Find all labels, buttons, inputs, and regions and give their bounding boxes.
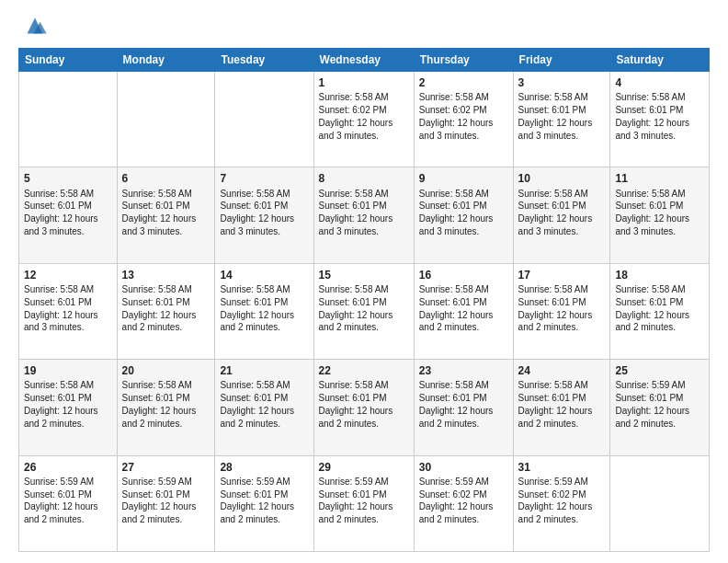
day-number: 28 (220, 460, 308, 475)
header (18, 17, 710, 39)
day-info: Sunrise: 5:58 AM Sunset: 6:01 PM Dayligh… (220, 283, 308, 334)
day-number: 22 (319, 363, 409, 378)
day-number: 9 (419, 171, 508, 186)
calendar-cell: 10Sunrise: 5:58 AM Sunset: 6:01 PM Dayli… (513, 167, 610, 263)
calendar-cell: 31Sunrise: 5:59 AM Sunset: 6:02 PM Dayli… (513, 455, 610, 551)
day-info: Sunrise: 5:58 AM Sunset: 6:01 PM Dayligh… (518, 283, 606, 334)
calendar-cell: 27Sunrise: 5:59 AM Sunset: 6:01 PM Dayli… (117, 455, 215, 551)
logo (18, 17, 48, 39)
calendar-cell: 6Sunrise: 5:58 AM Sunset: 6:01 PM Daylig… (117, 167, 215, 263)
weekday-header-sunday: Sunday (19, 49, 118, 72)
day-info: Sunrise: 5:58 AM Sunset: 6:01 PM Dayligh… (122, 283, 210, 334)
day-number: 4 (615, 75, 704, 90)
day-info: Sunrise: 5:58 AM Sunset: 6:01 PM Dayligh… (220, 188, 308, 238)
calendar-cell (610, 455, 710, 551)
day-info: Sunrise: 5:58 AM Sunset: 6:01 PM Dayligh… (319, 379, 409, 430)
day-number: 5 (24, 171, 112, 186)
calendar-week-row: 1Sunrise: 5:58 AM Sunset: 6:02 PM Daylig… (19, 72, 710, 167)
calendar-cell: 25Sunrise: 5:59 AM Sunset: 6:01 PM Dayli… (610, 360, 710, 455)
calendar-cell: 14Sunrise: 5:58 AM Sunset: 6:01 PM Dayli… (215, 263, 313, 359)
page: SundayMondayTuesdayWednesdayThursdayFrid… (0, 0, 728, 563)
calendar-cell: 15Sunrise: 5:58 AM Sunset: 6:01 PM Dayli… (313, 263, 414, 359)
day-info: Sunrise: 5:58 AM Sunset: 6:02 PM Dayligh… (319, 91, 409, 142)
day-number: 21 (220, 363, 308, 378)
calendar-cell (215, 72, 313, 167)
calendar-cell: 18Sunrise: 5:58 AM Sunset: 6:01 PM Dayli… (610, 263, 710, 359)
calendar-cell: 20Sunrise: 5:58 AM Sunset: 6:01 PM Dayli… (117, 360, 215, 455)
day-number: 26 (24, 460, 112, 475)
day-info: Sunrise: 5:58 AM Sunset: 6:01 PM Dayligh… (24, 188, 112, 238)
day-info: Sunrise: 5:59 AM Sunset: 6:01 PM Dayligh… (220, 476, 308, 526)
day-info: Sunrise: 5:59 AM Sunset: 6:01 PM Dayligh… (24, 476, 112, 526)
day-info: Sunrise: 5:58 AM Sunset: 6:01 PM Dayligh… (615, 188, 704, 238)
day-info: Sunrise: 5:58 AM Sunset: 6:01 PM Dayligh… (615, 91, 704, 142)
calendar-cell: 4Sunrise: 5:58 AM Sunset: 6:01 PM Daylig… (610, 72, 710, 167)
day-info: Sunrise: 5:58 AM Sunset: 6:01 PM Dayligh… (518, 91, 606, 142)
day-info: Sunrise: 5:58 AM Sunset: 6:01 PM Dayligh… (24, 283, 112, 334)
day-info: Sunrise: 5:58 AM Sunset: 6:01 PM Dayligh… (419, 283, 508, 334)
day-info: Sunrise: 5:58 AM Sunset: 6:01 PM Dayligh… (122, 188, 210, 238)
calendar-cell: 30Sunrise: 5:59 AM Sunset: 6:02 PM Dayli… (414, 455, 513, 551)
weekday-header-saturday: Saturday (610, 49, 710, 72)
day-number: 3 (518, 75, 606, 90)
weekday-header-thursday: Thursday (414, 49, 513, 72)
day-info: Sunrise: 5:59 AM Sunset: 6:02 PM Dayligh… (419, 476, 508, 526)
day-number: 1 (319, 75, 409, 90)
day-info: Sunrise: 5:58 AM Sunset: 6:01 PM Dayligh… (122, 379, 210, 430)
day-info: Sunrise: 5:58 AM Sunset: 6:01 PM Dayligh… (419, 379, 508, 430)
calendar-cell: 24Sunrise: 5:58 AM Sunset: 6:01 PM Dayli… (513, 360, 610, 455)
calendar-cell: 28Sunrise: 5:59 AM Sunset: 6:01 PM Dayli… (215, 455, 313, 551)
day-info: Sunrise: 5:59 AM Sunset: 6:01 PM Dayligh… (319, 476, 409, 526)
day-number: 29 (319, 460, 409, 475)
calendar-cell: 29Sunrise: 5:59 AM Sunset: 6:01 PM Dayli… (313, 455, 414, 551)
day-number: 25 (615, 363, 704, 378)
day-number: 7 (220, 171, 308, 186)
calendar-cell: 7Sunrise: 5:58 AM Sunset: 6:01 PM Daylig… (215, 167, 313, 263)
calendar-table: SundayMondayTuesdayWednesdayThursdayFrid… (18, 48, 710, 552)
calendar-cell: 2Sunrise: 5:58 AM Sunset: 6:02 PM Daylig… (414, 72, 513, 167)
weekday-header-tuesday: Tuesday (215, 49, 313, 72)
calendar-cell: 8Sunrise: 5:58 AM Sunset: 6:01 PM Daylig… (313, 167, 414, 263)
calendar-cell: 26Sunrise: 5:59 AM Sunset: 6:01 PM Dayli… (19, 455, 118, 551)
day-info: Sunrise: 5:58 AM Sunset: 6:01 PM Dayligh… (220, 379, 308, 430)
day-number: 10 (518, 171, 606, 186)
day-info: Sunrise: 5:58 AM Sunset: 6:01 PM Dayligh… (319, 283, 409, 334)
calendar-cell: 12Sunrise: 5:58 AM Sunset: 6:01 PM Dayli… (19, 263, 118, 359)
calendar-cell: 21Sunrise: 5:58 AM Sunset: 6:01 PM Dayli… (215, 360, 313, 455)
calendar-week-row: 26Sunrise: 5:59 AM Sunset: 6:01 PM Dayli… (19, 455, 710, 551)
calendar-cell: 19Sunrise: 5:58 AM Sunset: 6:01 PM Dayli… (19, 360, 118, 455)
day-number: 16 (419, 268, 508, 282)
day-info: Sunrise: 5:58 AM Sunset: 6:01 PM Dayligh… (319, 188, 409, 238)
day-info: Sunrise: 5:58 AM Sunset: 6:01 PM Dayligh… (419, 188, 508, 238)
weekday-header-monday: Monday (117, 49, 215, 72)
day-info: Sunrise: 5:58 AM Sunset: 6:01 PM Dayligh… (615, 283, 704, 334)
day-number: 30 (419, 460, 508, 475)
calendar-cell: 16Sunrise: 5:58 AM Sunset: 6:01 PM Dayli… (414, 263, 513, 359)
day-info: Sunrise: 5:58 AM Sunset: 6:01 PM Dayligh… (518, 379, 606, 430)
calendar-week-row: 5Sunrise: 5:58 AM Sunset: 6:01 PM Daylig… (19, 167, 710, 263)
weekday-header-row: SundayMondayTuesdayWednesdayThursdayFrid… (19, 49, 710, 72)
day-number: 27 (122, 460, 210, 475)
day-number: 6 (122, 171, 210, 186)
day-number: 20 (122, 363, 210, 378)
weekday-header-friday: Friday (513, 49, 610, 72)
day-info: Sunrise: 5:58 AM Sunset: 6:01 PM Dayligh… (24, 379, 112, 430)
day-number: 11 (615, 171, 704, 186)
day-info: Sunrise: 5:59 AM Sunset: 6:01 PM Dayligh… (615, 379, 704, 430)
day-number: 17 (518, 268, 606, 282)
calendar-cell: 1Sunrise: 5:58 AM Sunset: 6:02 PM Daylig… (313, 72, 414, 167)
calendar-cell: 17Sunrise: 5:58 AM Sunset: 6:01 PM Dayli… (513, 263, 610, 359)
calendar-cell: 9Sunrise: 5:58 AM Sunset: 6:01 PM Daylig… (414, 167, 513, 263)
calendar-cell: 23Sunrise: 5:58 AM Sunset: 6:01 PM Dayli… (414, 360, 513, 455)
day-number: 31 (518, 460, 606, 475)
weekday-header-wednesday: Wednesday (313, 49, 414, 72)
calendar-cell: 11Sunrise: 5:58 AM Sunset: 6:01 PM Dayli… (610, 167, 710, 263)
day-info: Sunrise: 5:59 AM Sunset: 6:01 PM Dayligh… (122, 476, 210, 526)
day-number: 23 (419, 363, 508, 378)
day-info: Sunrise: 5:59 AM Sunset: 6:02 PM Dayligh… (518, 476, 606, 526)
calendar-cell: 5Sunrise: 5:58 AM Sunset: 6:01 PM Daylig… (19, 167, 118, 263)
day-number: 8 (319, 171, 409, 186)
logo-icon (22, 13, 48, 39)
day-number: 2 (419, 75, 508, 90)
day-number: 24 (518, 363, 606, 378)
